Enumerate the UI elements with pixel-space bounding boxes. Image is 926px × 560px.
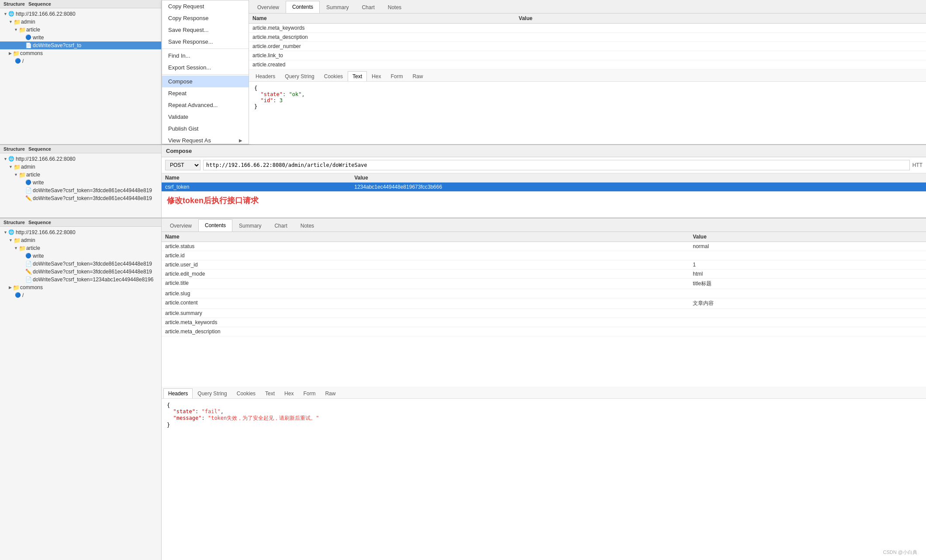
folder-icon: 📁 <box>19 245 25 251</box>
tree-label: / <box>22 58 24 64</box>
tree-item-article-mid[interactable]: ▼ 📁 article <box>0 171 161 179</box>
bot-data-table: Name Value article.statusnormalarticle.i… <box>162 232 926 336</box>
tree-label: commons <box>20 284 43 290</box>
menu-compose[interactable]: Compose <box>162 76 249 87</box>
tree-label: doWriteSave?csrf_token=3fdcde861ec449448… <box>33 261 152 267</box>
tree-item-admin1[interactable]: ▼ 📁 admin <box>0 18 161 26</box>
tab-overview-bot[interactable]: Overview <box>163 220 198 232</box>
tab-chart-top[interactable]: Chart <box>355 1 381 13</box>
top-sub-tabs: Headers Query String Cookies Text Hex Fo… <box>249 69 926 82</box>
tree-item-dowrite-selected[interactable]: 📄 doWriteSave?csrf_to <box>0 41 161 49</box>
tree-item-write-mid[interactable]: 🔵 write <box>0 179 161 187</box>
menu-copy-response[interactable]: Copy Response <box>162 12 249 24</box>
file-new-icon: 📄 <box>25 277 31 283</box>
sub-tab-cookies-top[interactable]: Cookies <box>319 71 348 81</box>
menu-copy-request[interactable]: Copy Request <box>162 0 249 12</box>
json-line4: } <box>254 104 921 110</box>
http-label: HTT <box>912 162 923 168</box>
sub-tab-hex-bot[interactable]: Hex <box>280 388 298 398</box>
sub-tab-form-bot[interactable]: Form <box>298 388 320 398</box>
tab-notes-top[interactable]: Notes <box>381 1 408 13</box>
tab-chart-bot[interactable]: Chart <box>268 220 294 232</box>
sub-tab-hex-top[interactable]: Hex <box>367 71 386 81</box>
cell-name: article.order_number <box>249 42 515 51</box>
tree-item-file2-bot[interactable]: ✏️ doWriteSave?csrf_token=3fdcde861ec449… <box>0 268 161 276</box>
tree-label: admin <box>21 164 35 170</box>
tree-item-article1[interactable]: ▼ 📁 article <box>0 26 161 34</box>
sub-tab-headers-bot[interactable]: Headers <box>163 388 193 398</box>
tree-item-commons-bot[interactable]: ▶ 📁 commons <box>0 283 161 291</box>
tree-item-admin-bot[interactable]: ▼ 📁 admin <box>0 236 161 244</box>
sub-tab-raw-top[interactable]: Raw <box>408 71 428 81</box>
tree-label: http://192.166.66.22:8080 <box>16 156 76 162</box>
tab-summary-top[interactable]: Summary <box>320 1 355 13</box>
cell-name: article.summary <box>162 309 689 318</box>
json-line1: { <box>254 85 921 91</box>
sub-tab-text-top[interactable]: Text <box>348 71 367 81</box>
tab-contents-bot[interactable]: Contents <box>198 219 232 232</box>
tab-contents-top[interactable]: Contents <box>286 1 320 13</box>
tree-item-write-bot[interactable]: 🔵 write <box>0 252 161 260</box>
cell-name: article.slug <box>162 289 689 298</box>
tree-item-file2-mid[interactable]: ✏️ doWriteSave?csrf_token=3fdcde861ec449… <box>0 194 161 202</box>
menu-repeat[interactable]: Repeat <box>162 87 249 99</box>
tab-overview-top[interactable]: Overview <box>251 1 286 13</box>
menu-save-response[interactable]: Save Response... <box>162 36 249 48</box>
sub-tab-headers-top[interactable]: Headers <box>251 71 280 81</box>
tree-item-write1[interactable]: 🔵 write <box>0 34 161 41</box>
menu-repeat-advanced[interactable]: Repeat Advanced... <box>162 99 249 111</box>
tree-item-root-bot[interactable]: 🔵 / <box>0 291 161 299</box>
table-row: article.link_to <box>249 51 926 60</box>
table-row: article.created <box>249 60 926 69</box>
tree-item-host-mid[interactable]: ▼ 🌐 http://192.166.66.22:8080 <box>0 155 161 163</box>
menu-publish-gist[interactable]: Publish Gist <box>162 123 249 135</box>
globe-icon: 🔵 <box>15 292 21 298</box>
compose-pane: Compose POST GET PUT DELETE HTT Name Val… <box>162 145 926 218</box>
menu-validate[interactable]: Validate <box>162 111 249 123</box>
tree-item-admin-mid[interactable]: ▼ 📁 admin <box>0 163 161 171</box>
bot-tabs: Overview Contents Summary Chart Notes <box>162 218 926 232</box>
tree-item-file3-bot[interactable]: 📄 doWriteSave?csrf_token=1234abc1ec44944… <box>0 276 161 283</box>
folder-icon: 📁 <box>14 237 20 243</box>
tree-item-commons1[interactable]: ▶ 📁 commons <box>0 49 161 57</box>
tree-label: doWriteSave?csrf_token=3fdcde861ec449448… <box>33 195 152 201</box>
sub-tab-raw-bot[interactable]: Raw <box>320 388 340 398</box>
tree-label: http://192.166.66.22:8080 <box>16 11 76 17</box>
method-select[interactable]: POST GET PUT DELETE <box>165 160 200 170</box>
tab-notes-bot[interactable]: Notes <box>294 220 321 232</box>
context-menu: Copy Request Copy Response Save Request.… <box>162 0 249 144</box>
table-row: article.meta_keywords <box>162 318 926 327</box>
submenu-arrow: ▶ <box>239 138 242 143</box>
bot-json-line3: "message": "token失效，为了安全起见，请刷新后重试。" <box>167 415 921 422</box>
tree-label: write <box>33 35 44 41</box>
tree-item-file1-bot[interactable]: 📄 doWriteSave?csrf_token=3fdcde861ec4494… <box>0 260 161 268</box>
tree-item-article-bot[interactable]: ▼ 📁 article <box>0 244 161 252</box>
sub-tab-text-bot[interactable]: Text <box>260 388 280 398</box>
sub-tab-querystring-bot[interactable]: Query String <box>193 388 232 398</box>
menu-view-request-as[interactable]: View Request As ▶ <box>162 135 249 146</box>
sub-tab-form-top[interactable]: Form <box>386 71 408 81</box>
menu-find-in[interactable]: Find In... <box>162 50 249 62</box>
menu-save-request[interactable]: Save Request... <box>162 24 249 36</box>
tree-item-file1-mid[interactable]: 📄 doWriteSave?csrf_token=3fdcde861ec4494… <box>0 187 161 194</box>
cell-name: article.edit_mode <box>162 270 689 279</box>
tree-item-host-bot[interactable]: ▼ 🌐 http://192.166.66.22:8080 <box>0 228 161 236</box>
url-input[interactable] <box>203 160 910 170</box>
menu-export-session[interactable]: Export Session... <box>162 62 249 73</box>
cell-name: article.meta_description <box>249 33 515 42</box>
table-row: article.meta_description <box>249 33 926 42</box>
compose-row-csrf[interactable]: csrf_token 1234abc1ec449448e819673fcc3b6… <box>162 183 926 192</box>
table-row: article.summary <box>162 309 926 318</box>
tree-label: article <box>26 172 40 178</box>
tab-summary-bot[interactable]: Summary <box>232 220 268 232</box>
sidebar-header-sequence-bot: Sequence <box>28 220 51 225</box>
file-icon: 📄 <box>25 187 31 194</box>
table-row: article.slug <box>162 289 926 298</box>
sub-tab-querystring-top[interactable]: Query String <box>280 71 319 81</box>
file-edit-icon: ✏️ <box>25 195 31 201</box>
cell-name: article.meta_description <box>162 327 689 336</box>
tree-item-host1[interactable]: ▼ 🌐 http://192.166.66.22:8080 <box>0 10 161 18</box>
tree-item-root1[interactable]: 🔵 / <box>0 57 161 65</box>
sub-tab-cookies-bot[interactable]: Cookies <box>232 388 260 398</box>
compose-cell-value: 1234abc1ec449448e819673fcc3b666 <box>351 183 926 192</box>
